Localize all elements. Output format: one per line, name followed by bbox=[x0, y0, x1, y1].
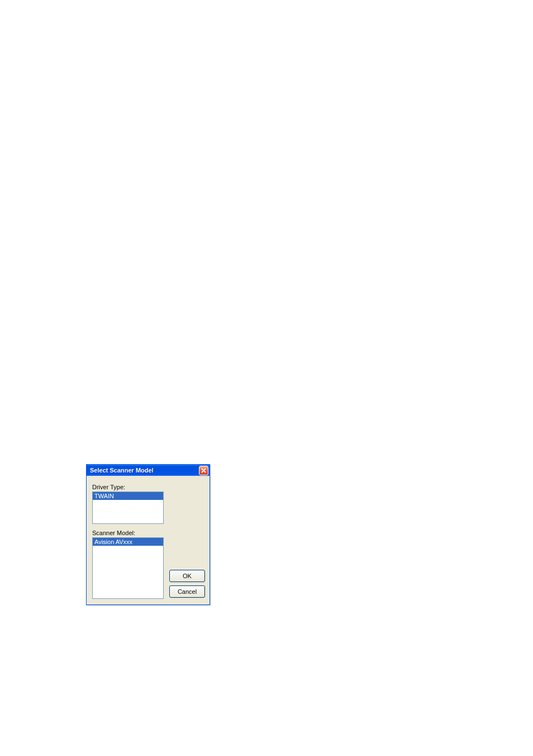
scanner-model-label: Scanner Model: bbox=[92, 530, 164, 536]
close-icon bbox=[201, 468, 206, 473]
list-item[interactable]: TWAIN bbox=[93, 492, 163, 500]
select-scanner-dialog: Select Scanner Model Driver Type: TWAIN … bbox=[86, 464, 210, 605]
dialog-body: Driver Type: TWAIN Scanner Model: Avisio… bbox=[87, 476, 210, 604]
dialog-title: Select Scanner Model bbox=[90, 467, 154, 474]
driver-type-listbox[interactable]: TWAIN bbox=[92, 492, 164, 524]
close-button[interactable] bbox=[199, 466, 208, 475]
list-item[interactable]: Avision AVxxx bbox=[93, 538, 163, 546]
cancel-button[interactable]: Cancel bbox=[169, 585, 205, 598]
scanner-model-listbox[interactable]: Avision AVxxx bbox=[92, 537, 164, 599]
driver-type-label: Driver Type: bbox=[92, 484, 204, 490]
titlebar[interactable]: Select Scanner Model bbox=[87, 465, 210, 476]
ok-button[interactable]: OK bbox=[169, 570, 205, 582]
